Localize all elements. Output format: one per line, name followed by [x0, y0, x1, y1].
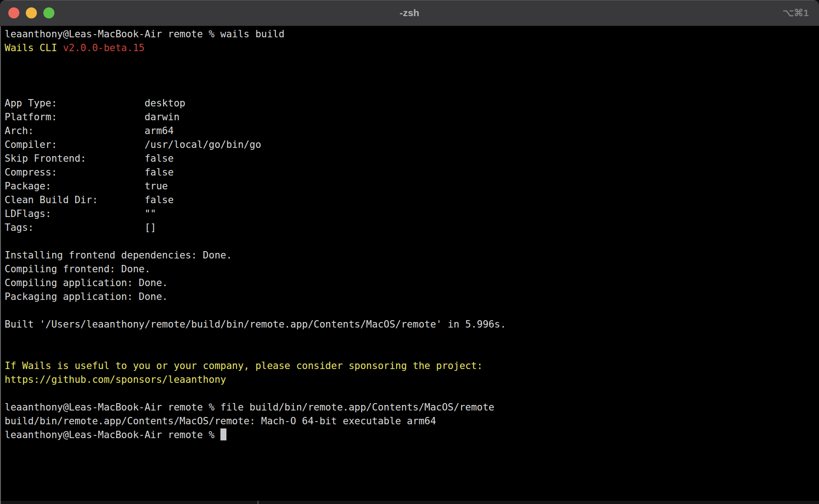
tab-shortcut-badge: ⌥⌘1	[783, 7, 809, 18]
terminal-text: v2.0.0-beta.15	[63, 42, 144, 53]
terminal-line	[5, 82, 814, 96]
background-window-divider	[257, 501, 259, 504]
close-button[interactable]	[8, 7, 19, 18]
terminal-line: Compiling application: Done.	[5, 276, 814, 290]
terminal-text: Packaging application: Done.	[5, 291, 168, 302]
terminal-text: Package: true	[5, 181, 168, 192]
terminal-text: Platform: darwin	[5, 111, 179, 123]
terminal-line: Clean Build Dir: false	[5, 193, 814, 207]
terminal-text: https://github.com/sponsors/leaanthony	[5, 374, 226, 385]
terminal-text: leaanthony@Leas-MacBook-Air remote % wai…	[5, 29, 285, 40]
window-edge-highlight	[0, 26, 1, 504]
terminal-output[interactable]: leaanthony@Leas-MacBook-Air remote % wai…	[0, 27, 819, 501]
terminal-line: Platform: darwin	[5, 110, 814, 124]
terminal-line: Tags: []	[5, 221, 814, 234]
terminal-line	[5, 304, 814, 317]
terminal-line: Compiling frontend: Done.	[5, 262, 814, 276]
terminal-line: Installing frontend dependencies: Done.	[5, 248, 814, 262]
terminal-line: LDFlags: ""	[5, 207, 814, 221]
terminal-text: Compiling frontend: Done.	[5, 264, 150, 275]
terminal-text: Skip Frontend: false	[5, 153, 174, 164]
terminal-line: If Wails is useful to you or your compan…	[5, 359, 814, 373]
terminal-text: App Type: desktop	[5, 98, 185, 109]
zoom-button[interactable]	[43, 7, 54, 18]
terminal-line: App Type: desktop	[5, 96, 814, 110]
terminal-text: leaanthony@Leas-MacBook-Air remote %	[5, 429, 220, 440]
terminal-line: Arch: arm64	[5, 124, 814, 138]
terminal-text: Compiling application: Done.	[5, 277, 168, 288]
terminal-line: leaanthony@Leas-MacBook-Air remote %	[5, 428, 814, 442]
minimize-button[interactable]	[26, 7, 37, 18]
terminal-text: Clean Build Dir: false	[5, 194, 174, 205]
terminal-line: Compress: false	[5, 165, 814, 179]
terminal-line: https://github.com/sponsors/leaanthony	[5, 373, 814, 387]
traffic-lights	[8, 0, 54, 26]
terminal-line: leaanthony@Leas-MacBook-Air remote % wai…	[5, 27, 814, 41]
terminal-line: Wails CLI v2.0.0-beta.15	[5, 41, 814, 55]
desktop-sliver	[0, 501, 819, 504]
terminal-line	[5, 69, 814, 82]
terminal-window: -zsh ⌥⌘1 leaanthony@Leas-MacBook-Air rem…	[0, 0, 819, 504]
terminal-text: If Wails is useful to you or your compan…	[5, 360, 483, 371]
terminal-text: LDFlags: ""	[5, 208, 156, 219]
terminal-line: leaanthony@Leas-MacBook-Air remote % fil…	[5, 400, 814, 414]
terminal-line: build/bin/remote.app/Contents/MacOS/remo…	[5, 414, 814, 428]
terminal-line: Package: true	[5, 179, 814, 193]
terminal-text: Arch: arm64	[5, 125, 174, 136]
terminal-line	[5, 55, 814, 69]
terminal-line: Built '/Users/leaanthony/remote/build/bi…	[5, 317, 814, 331]
terminal-text: Compress: false	[5, 167, 174, 178]
titlebar[interactable]: -zsh ⌥⌘1	[0, 0, 819, 26]
terminal-text: Tags: []	[5, 222, 156, 233]
terminal-text: Installing frontend dependencies: Done.	[5, 250, 232, 261]
terminal-line	[5, 345, 814, 359]
window-title: -zsh	[400, 7, 420, 18]
terminal-line	[5, 387, 814, 400]
terminal-line: Compiler: /usr/local/go/bin/go	[5, 138, 814, 152]
terminal-text: leaanthony@Leas-MacBook-Air remote % fil…	[5, 402, 494, 413]
terminal-line	[5, 331, 814, 345]
terminal-text: Compiler: /usr/local/go/bin/go	[5, 139, 261, 150]
terminal-text: Wails CLI	[5, 42, 63, 53]
terminal-line	[5, 234, 814, 248]
terminal-text: Built '/Users/leaanthony/remote/build/bi…	[5, 319, 506, 330]
terminal-text: build/bin/remote.app/Contents/MacOS/remo…	[5, 416, 436, 427]
terminal-line: Skip Frontend: false	[5, 152, 814, 165]
block-cursor	[220, 428, 226, 440]
terminal-line: Packaging application: Done.	[5, 290, 814, 304]
